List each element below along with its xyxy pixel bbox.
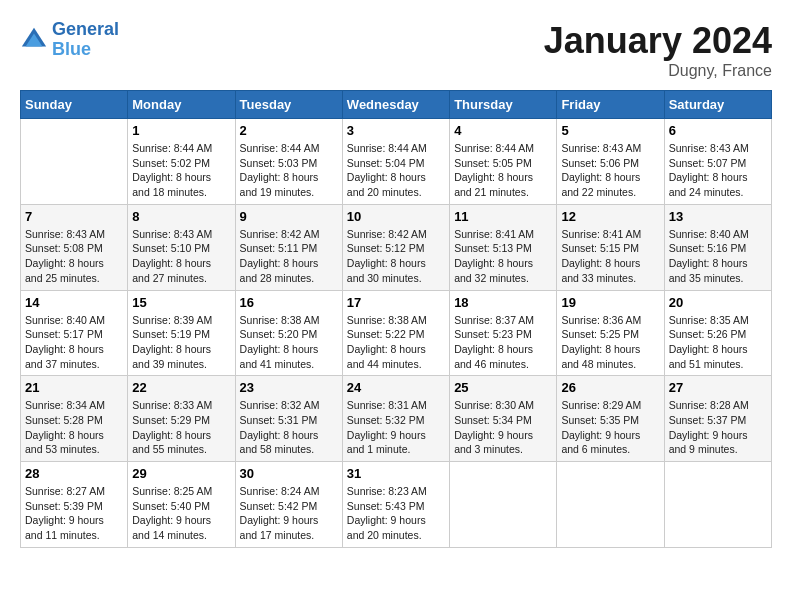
day-info: Sunrise: 8:42 AMSunset: 5:11 PMDaylight:… [240, 227, 338, 286]
sunset: Sunset: 5:07 PM [669, 156, 767, 171]
daylight: Daylight: 8 hours and 46 minutes. [454, 342, 552, 371]
daylight: Daylight: 8 hours and 37 minutes. [25, 342, 123, 371]
day-info: Sunrise: 8:43 AMSunset: 5:07 PMDaylight:… [669, 141, 767, 200]
day-info: Sunrise: 8:35 AMSunset: 5:26 PMDaylight:… [669, 313, 767, 372]
daylight: Daylight: 8 hours and 41 minutes. [240, 342, 338, 371]
day-number: 9 [240, 209, 338, 224]
sunrise: Sunrise: 8:35 AM [669, 313, 767, 328]
sunset: Sunset: 5:37 PM [669, 413, 767, 428]
day-number: 12 [561, 209, 659, 224]
daylight: Daylight: 8 hours and 58 minutes. [240, 428, 338, 457]
sunset: Sunset: 5:40 PM [132, 499, 230, 514]
daylight: Daylight: 8 hours and 55 minutes. [132, 428, 230, 457]
sunrise: Sunrise: 8:39 AM [132, 313, 230, 328]
sunset: Sunset: 5:04 PM [347, 156, 445, 171]
month-title: January 2024 [544, 20, 772, 62]
sunset: Sunset: 5:17 PM [25, 327, 123, 342]
day-number: 4 [454, 123, 552, 138]
day-number: 22 [132, 380, 230, 395]
day-number: 3 [347, 123, 445, 138]
day-number: 5 [561, 123, 659, 138]
day-number: 7 [25, 209, 123, 224]
sunrise: Sunrise: 8:38 AM [240, 313, 338, 328]
day-number: 31 [347, 466, 445, 481]
day-info: Sunrise: 8:41 AMSunset: 5:13 PMDaylight:… [454, 227, 552, 286]
calendar-cell: 5Sunrise: 8:43 AMSunset: 5:06 PMDaylight… [557, 119, 664, 205]
sunrise: Sunrise: 8:43 AM [669, 141, 767, 156]
day-number: 2 [240, 123, 338, 138]
sunset: Sunset: 5:05 PM [454, 156, 552, 171]
day-number: 27 [669, 380, 767, 395]
sunrise: Sunrise: 8:44 AM [347, 141, 445, 156]
daylight: Daylight: 9 hours and 11 minutes. [25, 513, 123, 542]
sunset: Sunset: 5:23 PM [454, 327, 552, 342]
daylight: Daylight: 8 hours and 21 minutes. [454, 170, 552, 199]
sunset: Sunset: 5:11 PM [240, 241, 338, 256]
sunset: Sunset: 5:25 PM [561, 327, 659, 342]
day-info: Sunrise: 8:31 AMSunset: 5:32 PMDaylight:… [347, 398, 445, 457]
day-info: Sunrise: 8:41 AMSunset: 5:15 PMDaylight:… [561, 227, 659, 286]
calendar-cell: 30Sunrise: 8:24 AMSunset: 5:42 PMDayligh… [235, 462, 342, 548]
sunrise: Sunrise: 8:44 AM [454, 141, 552, 156]
sunset: Sunset: 5:13 PM [454, 241, 552, 256]
daylight: Daylight: 8 hours and 28 minutes. [240, 256, 338, 285]
col-header-friday: Friday [557, 91, 664, 119]
day-number: 11 [454, 209, 552, 224]
day-number: 26 [561, 380, 659, 395]
sunset: Sunset: 5:28 PM [25, 413, 123, 428]
calendar-cell: 20Sunrise: 8:35 AMSunset: 5:26 PMDayligh… [664, 290, 771, 376]
day-number: 24 [347, 380, 445, 395]
day-info: Sunrise: 8:32 AMSunset: 5:31 PMDaylight:… [240, 398, 338, 457]
day-number: 16 [240, 295, 338, 310]
daylight: Daylight: 8 hours and 51 minutes. [669, 342, 767, 371]
sunset: Sunset: 5:10 PM [132, 241, 230, 256]
calendar-cell [450, 462, 557, 548]
daylight: Daylight: 8 hours and 33 minutes. [561, 256, 659, 285]
sunrise: Sunrise: 8:42 AM [347, 227, 445, 242]
daylight: Daylight: 8 hours and 22 minutes. [561, 170, 659, 199]
day-number: 15 [132, 295, 230, 310]
calendar-cell: 26Sunrise: 8:29 AMSunset: 5:35 PMDayligh… [557, 376, 664, 462]
calendar-cell: 21Sunrise: 8:34 AMSunset: 5:28 PMDayligh… [21, 376, 128, 462]
calendar-cell: 22Sunrise: 8:33 AMSunset: 5:29 PMDayligh… [128, 376, 235, 462]
daylight: Daylight: 9 hours and 6 minutes. [561, 428, 659, 457]
day-info: Sunrise: 8:40 AMSunset: 5:16 PMDaylight:… [669, 227, 767, 286]
logo: General Blue [20, 20, 119, 60]
day-number: 23 [240, 380, 338, 395]
sunset: Sunset: 5:08 PM [25, 241, 123, 256]
day-info: Sunrise: 8:42 AMSunset: 5:12 PMDaylight:… [347, 227, 445, 286]
daylight: Daylight: 8 hours and 20 minutes. [347, 170, 445, 199]
calendar-cell: 16Sunrise: 8:38 AMSunset: 5:20 PMDayligh… [235, 290, 342, 376]
day-info: Sunrise: 8:43 AMSunset: 5:08 PMDaylight:… [25, 227, 123, 286]
col-header-wednesday: Wednesday [342, 91, 449, 119]
day-info: Sunrise: 8:23 AMSunset: 5:43 PMDaylight:… [347, 484, 445, 543]
col-header-sunday: Sunday [21, 91, 128, 119]
day-info: Sunrise: 8:44 AMSunset: 5:04 PMDaylight:… [347, 141, 445, 200]
calendar-cell: 1Sunrise: 8:44 AMSunset: 5:02 PMDaylight… [128, 119, 235, 205]
calendar-cell [21, 119, 128, 205]
logo-text: General Blue [52, 20, 119, 60]
calendar-cell: 31Sunrise: 8:23 AMSunset: 5:43 PMDayligh… [342, 462, 449, 548]
daylight: Daylight: 9 hours and 3 minutes. [454, 428, 552, 457]
sunset: Sunset: 5:29 PM [132, 413, 230, 428]
col-header-saturday: Saturday [664, 91, 771, 119]
sunrise: Sunrise: 8:28 AM [669, 398, 767, 413]
page-header: General Blue January 2024 Dugny, France [20, 20, 772, 80]
day-info: Sunrise: 8:43 AMSunset: 5:10 PMDaylight:… [132, 227, 230, 286]
day-number: 25 [454, 380, 552, 395]
daylight: Daylight: 8 hours and 30 minutes. [347, 256, 445, 285]
sunrise: Sunrise: 8:33 AM [132, 398, 230, 413]
sunrise: Sunrise: 8:43 AM [132, 227, 230, 242]
sunrise: Sunrise: 8:30 AM [454, 398, 552, 413]
sunrise: Sunrise: 8:23 AM [347, 484, 445, 499]
day-info: Sunrise: 8:38 AMSunset: 5:20 PMDaylight:… [240, 313, 338, 372]
calendar-cell: 14Sunrise: 8:40 AMSunset: 5:17 PMDayligh… [21, 290, 128, 376]
calendar-cell: 28Sunrise: 8:27 AMSunset: 5:39 PMDayligh… [21, 462, 128, 548]
day-number: 18 [454, 295, 552, 310]
sunrise: Sunrise: 8:37 AM [454, 313, 552, 328]
daylight: Daylight: 9 hours and 9 minutes. [669, 428, 767, 457]
daylight: Daylight: 9 hours and 20 minutes. [347, 513, 445, 542]
daylight: Daylight: 8 hours and 19 minutes. [240, 170, 338, 199]
day-info: Sunrise: 8:33 AMSunset: 5:29 PMDaylight:… [132, 398, 230, 457]
daylight: Daylight: 8 hours and 27 minutes. [132, 256, 230, 285]
